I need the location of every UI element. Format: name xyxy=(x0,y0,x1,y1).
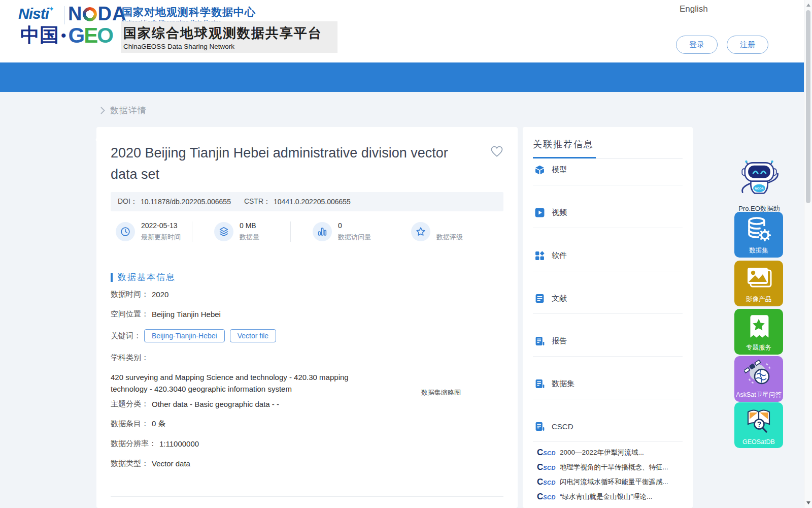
video-play-icon xyxy=(535,208,545,217)
site-header: Nisti✦ NDA 国家对地观测科学数据中心 National Earth O… xyxy=(0,0,812,62)
sidebar-item-report[interactable]: 报告 xyxy=(535,336,567,346)
cscd-article-link[interactable]: CSCD “绿水青山就是金山银山”理论... xyxy=(537,492,684,502)
rail-tile-thematic[interactable]: 专题服务 xyxy=(734,309,783,355)
card-divider xyxy=(111,496,503,497)
field-keywords: 关键词： Beijing-Tianjin-Hebei Vector file xyxy=(111,329,281,342)
field-resolution: 数据分辨率：1:11000000 xyxy=(111,439,199,449)
field-theme: 主题分类：Other data - Basic geographic data … xyxy=(111,399,279,409)
noda-logo: NDA xyxy=(68,3,126,25)
cscd-article-link[interactable]: CSCD 闪电河流域水循环和能量平衡遥感... xyxy=(537,477,684,487)
main-nav: 一体化数据发现平台 ChinaGEOSS Data Portal 首页 数据集检… xyxy=(0,62,812,92)
rail-tile-imagery[interactable]: 影像产品 xyxy=(734,261,783,306)
stat-size: 0 MB 数据量 xyxy=(214,217,259,246)
sidebar-item-dataset[interactable]: 数据集 xyxy=(535,379,574,389)
scrollbar-up-arrow[interactable] xyxy=(806,4,810,7)
doi-value: 10.11878/db.202205.006655 xyxy=(141,198,231,206)
doi-label: DOI： xyxy=(118,197,138,206)
chinageo-logo: 中国 • GEO xyxy=(20,22,113,48)
platform-name-zh: 国家综合地球观测数据共享平台 xyxy=(123,24,322,42)
report-icon xyxy=(535,379,545,389)
related-info-title: 关联推荐信息 xyxy=(533,138,594,150)
platform-name-en: ChinaGEOSS Data Sharing Network xyxy=(123,43,234,50)
favorite-heart-icon[interactable] xyxy=(490,145,503,157)
identifier-bar: DOI： 10.11878/db.202205.006655 CSTR： 104… xyxy=(111,192,503,211)
page-scrollbar[interactable] xyxy=(804,0,812,508)
robot-mascot-icon: NODA xyxy=(736,160,783,201)
cscd-logo: CSCD xyxy=(537,492,556,502)
sidebar-item-software[interactable]: 软件 xyxy=(535,251,567,261)
keyword-tag[interactable]: Beijing-Tianjin-Hebei xyxy=(144,329,225,342)
sidebar-item-model[interactable]: 模型 xyxy=(535,165,567,175)
field-entries: 数据条目：0 条 xyxy=(111,419,166,429)
login-button[interactable]: 登录 xyxy=(676,36,718,54)
nisti-star-icon: ✦ xyxy=(49,5,54,13)
sidebar-item-literature[interactable]: 文献 xyxy=(535,294,567,303)
satellite-globe-icon xyxy=(744,359,773,390)
stat-visits: 0 数据访问量 xyxy=(313,217,371,246)
report-icon xyxy=(535,422,545,431)
clock-icon xyxy=(116,222,135,241)
cscd-article-link[interactable]: CSCD 2000—2022年伊犁河流域... xyxy=(537,448,684,458)
image-icon xyxy=(744,264,773,293)
related-info-card: 关联推荐信息 模型 视频 软件 xyxy=(523,127,693,508)
field-subject-value: 420 surveying and Mapping Science and te… xyxy=(111,372,352,395)
field-location: 空间位置：Beijing Tianjin Hebei xyxy=(111,309,221,319)
svg-text:?: ? xyxy=(757,420,762,428)
cscd-logo: CSCD xyxy=(537,462,556,472)
cscd-logo: CSCD xyxy=(537,448,556,458)
sidebar-item-video[interactable]: 视频 xyxy=(535,208,567,217)
bar-chart-icon xyxy=(313,222,332,241)
field-data-time: 数据时间：2020 xyxy=(111,290,168,299)
svg-text:NODA: NODA xyxy=(755,187,764,190)
software-grid-icon xyxy=(535,251,545,261)
cstr-value: 10441.0.202205.006655 xyxy=(274,198,351,206)
section-basic-info: 数据基本信息 xyxy=(111,271,176,283)
rail-tile-dataset[interactable]: 数据集 xyxy=(734,212,783,258)
star-bookmark-icon xyxy=(745,312,773,342)
cscd-article-link[interactable]: CSCD 地理学视角的干旱传播概念、特征... xyxy=(537,462,684,472)
document-icon xyxy=(535,294,545,303)
rail-tile-geosatdb[interactable]: ? GEOSatDB xyxy=(734,402,783,448)
field-subject-label: 学科类别： xyxy=(111,353,152,363)
center-name-zh: 国家对地观测科学数据中心 xyxy=(122,5,256,19)
stat-rating: 数据评级 xyxy=(411,217,463,246)
thumbnail-placeholder: 数据集缩略图 xyxy=(421,388,461,397)
sidebar-item-cscd[interactable]: CSCD xyxy=(535,422,573,431)
field-data-type: 数据类型：Vector data xyxy=(111,459,190,468)
language-switch[interactable]: English xyxy=(680,4,708,14)
stat-updated: 2022-05-13 最新更新时间 xyxy=(116,217,181,246)
breadcrumb: 数据详情 xyxy=(100,105,147,116)
keyword-tag[interactable]: Vector file xyxy=(230,329,276,342)
star-icon xyxy=(411,222,430,241)
layers-icon xyxy=(214,222,233,241)
cube-icon xyxy=(535,165,545,175)
nisti-logo: Nisti✦ xyxy=(18,5,54,22)
register-button[interactable]: 注册 xyxy=(727,36,768,54)
cstr-label: CSTR： xyxy=(244,197,270,206)
dataset-detail-card: 2020 Beijing Tianjin Hebei administrativ… xyxy=(96,127,518,508)
rail-tile-asksat[interactable]: AskSat卫星问答 xyxy=(734,356,783,402)
noda-swirl-icon xyxy=(83,7,97,21)
scrollbar-down-arrow[interactable] xyxy=(806,501,810,504)
report-icon xyxy=(535,336,545,346)
cscd-logo: CSCD xyxy=(537,477,556,487)
section-title: 数据基本信息 xyxy=(118,271,176,283)
dataset-title: 2020 Beijing Tianjin Hebei administrativ… xyxy=(111,142,461,185)
chevron-right-icon xyxy=(100,107,105,114)
scrollbar-thumb[interactable] xyxy=(806,10,810,203)
header-divider xyxy=(64,6,64,24)
breadcrumb-current: 数据详情 xyxy=(110,105,147,116)
book-search-icon: ? xyxy=(744,405,773,436)
database-gear-icon xyxy=(745,215,773,245)
